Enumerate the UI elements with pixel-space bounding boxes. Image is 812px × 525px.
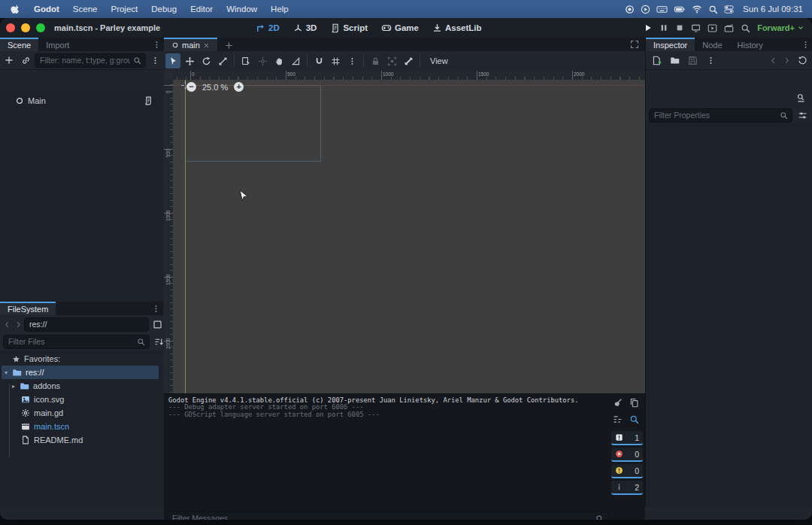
close-button[interactable] [6,23,15,32]
play-scene-button[interactable] [707,23,717,33]
add-node-button[interactable] [2,53,17,68]
tab-assetlib[interactable]: AssetLib [432,23,482,33]
clear-output-button[interactable] [613,398,623,408]
keyboard-icon[interactable] [656,4,668,15]
fs-forward-button[interactable] [13,317,23,332]
control-center-icon[interactable] [724,5,734,14]
tab-import[interactable]: Import [38,38,77,51]
fs-path-input[interactable] [24,317,149,332]
minimize-button[interactable] [21,23,30,32]
open-docs-button[interactable] [793,90,808,105]
tab-history[interactable]: History [730,38,771,51]
battery-icon[interactable] [674,4,686,15]
move-tool-button[interactable] [182,53,197,68]
select-tool-button[interactable] [165,53,180,68]
fs-row-addons[interactable]: ▸ addons [0,379,163,393]
play-custom-scene-button[interactable] [724,23,734,33]
smart-snap-toggle[interactable] [311,53,326,68]
scene-tree-menu[interactable] [147,53,162,68]
movie-maker-button[interactable] [741,23,750,33]
group-node-button[interactable] [384,53,399,68]
spotlight-search-icon[interactable] [708,5,718,14]
menu-project[interactable]: Project [104,5,144,14]
inspector-forward-button[interactable] [781,53,792,68]
scene-tab-main[interactable]: main [164,38,217,51]
tab-filesystem[interactable]: FileSystem [0,302,56,315]
collapse-arrow-icon[interactable]: ▾ [5,369,8,376]
debug-count-toggle[interactable]: 2 [611,481,643,495]
ruler-tool-button[interactable] [288,53,303,68]
fs-row-main-tscn[interactable]: main.tscn [0,420,163,433]
view-menu-button[interactable]: View [424,56,454,65]
tab-inspector[interactable]: Inspector [646,38,695,51]
inspector-back-button[interactable] [768,53,778,68]
fs-favorites-row[interactable]: Favorites: [0,352,163,366]
tab-node[interactable]: Node [695,38,729,51]
record-icon[interactable] [625,5,635,14]
fs-row-readme[interactable]: README.md [0,433,163,447]
lock-node-button[interactable] [368,53,383,68]
scale-tool-button[interactable] [215,53,230,68]
pause-button[interactable] [659,23,668,32]
load-resource-button[interactable] [667,53,682,68]
distraction-free-toggle[interactable] [627,38,645,51]
tab-scene[interactable]: Scene [0,38,38,51]
attached-script-icon[interactable] [144,96,153,105]
zoom-in-button[interactable]: + [234,82,244,92]
fs-back-button[interactable] [2,317,12,332]
pan-tool-button[interactable] [271,53,286,68]
apple-menu[interactable] [0,5,27,14]
fs-row-res-root[interactable]: ▾ res:// [2,366,159,379]
viewport-canvas[interactable]: − 25.0 % + [173,80,645,393]
filter-properties-input[interactable] [649,108,792,123]
save-resource-button[interactable] [685,53,700,68]
show-search-toggle[interactable] [629,414,639,424]
play-circle-icon[interactable] [641,5,650,14]
scene-dock-menu[interactable] [150,38,164,51]
maximize-button[interactable] [36,23,45,32]
property-tools-button[interactable] [795,108,810,123]
skeleton-options-button[interactable] [401,53,416,68]
grid-snap-toggle[interactable] [328,53,343,68]
fs-filter-input[interactable] [3,335,150,349]
close-icon[interactable] [203,42,210,49]
rotate-tool-button[interactable] [198,53,214,68]
resource-options-menu[interactable] [703,53,718,68]
filesystem-menu[interactable] [149,302,163,315]
inspector-dock-menu[interactable] [798,38,812,51]
tab-game[interactable]: Game [381,23,419,33]
new-resource-button[interactable] [649,53,664,68]
error-count-toggle[interactable]: 0 [611,448,643,462]
fs-row-main-gd[interactable]: main.gd [0,406,163,420]
list-select-tool-button[interactable] [238,53,253,68]
menu-window[interactable]: Window [220,5,264,14]
fs-row-icon-svg[interactable]: icon.svg [0,393,163,406]
pivot-tool-button[interactable] [255,53,270,68]
tab-2d[interactable]: 2D [256,23,280,33]
snap-options-menu[interactable] [344,53,359,68]
renderer-selector[interactable]: Forward+ [757,23,804,32]
collapse-duplicates-toggle[interactable] [613,414,623,424]
message-count-toggle[interactable]: 1 [611,431,643,445]
instance-scene-button[interactable] [18,53,33,68]
copy-output-button[interactable] [629,398,639,408]
fs-split-mode-button[interactable] [150,317,165,332]
menu-debug[interactable]: Debug [144,5,183,14]
scene-tree-row-main[interactable]: Main [0,94,163,108]
tab-3d[interactable]: 3D [293,23,317,33]
menu-editor[interactable]: Editor [183,5,220,14]
stop-button[interactable] [675,23,684,32]
remote-debug-button[interactable] [691,23,701,33]
new-scene-tab-button[interactable] [217,38,241,51]
expand-arrow-icon[interactable]: ▸ [12,383,15,390]
menu-help[interactable]: Help [264,5,295,14]
tab-script[interactable]: Script [330,23,368,33]
wifi-icon[interactable] [692,4,702,14]
menu-scene[interactable]: Scene [66,5,105,14]
warning-count-toggle[interactable]: 0 [611,464,643,478]
menubar-clock[interactable]: Sun 6 Jul 09:31 [743,5,803,14]
zoom-level[interactable]: 25.0 % [202,83,228,92]
menu-godot[interactable]: Godot [27,5,66,14]
zoom-out-button[interactable]: − [186,82,196,92]
play-button[interactable] [644,23,653,32]
